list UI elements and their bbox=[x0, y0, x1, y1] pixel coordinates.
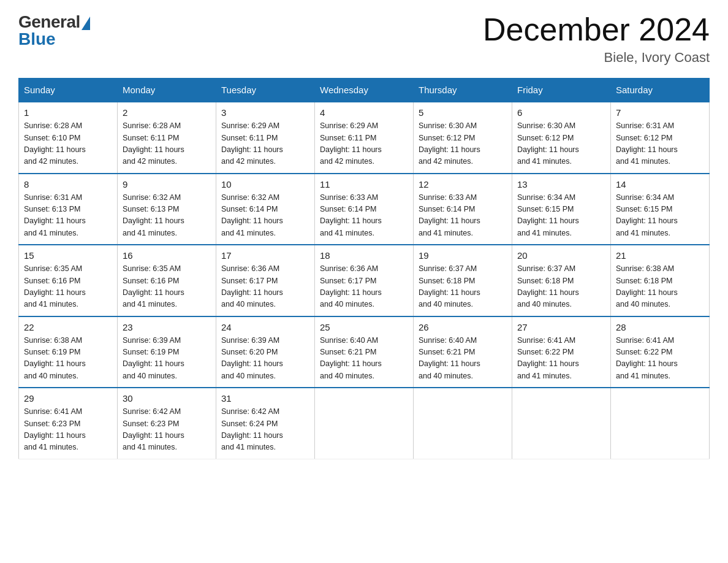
day-number: 6 bbox=[517, 107, 605, 118]
day-number: 24 bbox=[221, 322, 309, 332]
day-info: Sunrise: 6:37 AM Sunset: 6:18 PM Dayligh… bbox=[517, 263, 605, 311]
column-header-thursday: Thursday bbox=[414, 79, 512, 102]
logo-blue-text: Blue bbox=[18, 29, 56, 49]
calendar-day-cell: 23Sunrise: 6:39 AM Sunset: 6:19 PM Dayli… bbox=[118, 316, 216, 388]
day-number: 31 bbox=[221, 393, 309, 404]
day-info: Sunrise: 6:40 AM Sunset: 6:21 PM Dayligh… bbox=[320, 335, 408, 383]
day-number: 10 bbox=[221, 179, 309, 190]
calendar-day-cell: 15Sunrise: 6:35 AM Sunset: 6:16 PM Dayli… bbox=[19, 245, 118, 316]
calendar-day-cell: 25Sunrise: 6:40 AM Sunset: 6:21 PM Dayli… bbox=[315, 316, 414, 388]
calendar-day-cell: 9Sunrise: 6:32 AM Sunset: 6:13 PM Daylig… bbox=[118, 174, 216, 245]
day-number: 5 bbox=[419, 107, 507, 118]
calendar-table: SundayMondayTuesdayWednesdayThursdayFrid… bbox=[18, 78, 710, 459]
day-number: 12 bbox=[419, 179, 507, 190]
calendar-day-cell: 14Sunrise: 6:34 AM Sunset: 6:15 PM Dayli… bbox=[611, 174, 710, 245]
calendar-empty-cell bbox=[315, 388, 414, 459]
day-info: Sunrise: 6:42 AM Sunset: 6:23 PM Dayligh… bbox=[123, 406, 211, 454]
calendar-day-cell: 10Sunrise: 6:32 AM Sunset: 6:14 PM Dayli… bbox=[216, 174, 315, 245]
calendar-day-cell: 29Sunrise: 6:41 AM Sunset: 6:23 PM Dayli… bbox=[19, 388, 118, 459]
day-info: Sunrise: 6:40 AM Sunset: 6:21 PM Dayligh… bbox=[419, 335, 507, 383]
calendar-day-cell: 1Sunrise: 6:28 AM Sunset: 6:10 PM Daylig… bbox=[19, 102, 118, 174]
day-number: 17 bbox=[221, 250, 309, 261]
day-number: 4 bbox=[320, 107, 408, 118]
calendar-day-cell: 28Sunrise: 6:41 AM Sunset: 6:22 PM Dayli… bbox=[611, 316, 710, 388]
calendar-week-row: 1Sunrise: 6:28 AM Sunset: 6:10 PM Daylig… bbox=[19, 102, 710, 174]
day-number: 22 bbox=[24, 322, 112, 332]
day-number: 13 bbox=[517, 179, 605, 190]
day-number: 19 bbox=[419, 250, 507, 261]
day-number: 7 bbox=[616, 107, 704, 118]
day-number: 23 bbox=[123, 322, 211, 332]
calendar-day-cell: 3Sunrise: 6:29 AM Sunset: 6:11 PM Daylig… bbox=[216, 102, 315, 174]
location-label: Biele, Ivory Coast bbox=[483, 50, 710, 66]
calendar-day-cell: 12Sunrise: 6:33 AM Sunset: 6:14 PM Dayli… bbox=[414, 174, 512, 245]
day-info: Sunrise: 6:29 AM Sunset: 6:11 PM Dayligh… bbox=[320, 120, 408, 168]
day-info: Sunrise: 6:33 AM Sunset: 6:14 PM Dayligh… bbox=[320, 192, 408, 240]
day-number: 18 bbox=[320, 250, 408, 261]
day-number: 21 bbox=[616, 250, 704, 261]
day-number: 14 bbox=[616, 179, 704, 190]
day-info: Sunrise: 6:30 AM Sunset: 6:12 PM Dayligh… bbox=[517, 120, 605, 168]
column-header-sunday: Sunday bbox=[19, 79, 118, 102]
calendar-day-cell: 4Sunrise: 6:29 AM Sunset: 6:11 PM Daylig… bbox=[315, 102, 414, 174]
calendar-empty-cell bbox=[611, 388, 710, 459]
title-area: December 2024 Biele, Ivory Coast bbox=[483, 12, 710, 66]
day-info: Sunrise: 6:35 AM Sunset: 6:16 PM Dayligh… bbox=[123, 263, 211, 311]
calendar-day-cell: 11Sunrise: 6:33 AM Sunset: 6:14 PM Dayli… bbox=[315, 174, 414, 245]
calendar-day-cell: 18Sunrise: 6:36 AM Sunset: 6:17 PM Dayli… bbox=[315, 245, 414, 316]
calendar-week-row: 29Sunrise: 6:41 AM Sunset: 6:23 PM Dayli… bbox=[19, 388, 710, 459]
calendar-day-cell: 2Sunrise: 6:28 AM Sunset: 6:11 PM Daylig… bbox=[118, 102, 216, 174]
day-info: Sunrise: 6:28 AM Sunset: 6:11 PM Dayligh… bbox=[123, 120, 211, 168]
day-info: Sunrise: 6:31 AM Sunset: 6:12 PM Dayligh… bbox=[616, 120, 704, 168]
day-info: Sunrise: 6:41 AM Sunset: 6:23 PM Dayligh… bbox=[24, 406, 112, 454]
column-header-wednesday: Wednesday bbox=[315, 79, 414, 102]
calendar-week-row: 22Sunrise: 6:38 AM Sunset: 6:19 PM Dayli… bbox=[19, 316, 710, 388]
day-info: Sunrise: 6:38 AM Sunset: 6:19 PM Dayligh… bbox=[24, 335, 112, 383]
calendar-day-cell: 20Sunrise: 6:37 AM Sunset: 6:18 PM Dayli… bbox=[512, 245, 611, 316]
calendar-day-cell: 24Sunrise: 6:39 AM Sunset: 6:20 PM Dayli… bbox=[216, 316, 315, 388]
day-info: Sunrise: 6:39 AM Sunset: 6:20 PM Dayligh… bbox=[221, 335, 309, 383]
day-number: 28 bbox=[616, 322, 704, 332]
calendar-week-row: 8Sunrise: 6:31 AM Sunset: 6:13 PM Daylig… bbox=[19, 174, 710, 245]
day-info: Sunrise: 6:41 AM Sunset: 6:22 PM Dayligh… bbox=[517, 335, 605, 383]
day-number: 3 bbox=[221, 107, 309, 118]
calendar-day-cell: 5Sunrise: 6:30 AM Sunset: 6:12 PM Daylig… bbox=[414, 102, 512, 174]
month-title: December 2024 bbox=[483, 12, 710, 47]
day-info: Sunrise: 6:32 AM Sunset: 6:14 PM Dayligh… bbox=[221, 192, 309, 240]
day-info: Sunrise: 6:31 AM Sunset: 6:13 PM Dayligh… bbox=[24, 192, 112, 240]
day-info: Sunrise: 6:28 AM Sunset: 6:10 PM Dayligh… bbox=[24, 120, 112, 168]
day-number: 15 bbox=[24, 250, 112, 261]
day-number: 29 bbox=[24, 393, 112, 404]
day-number: 26 bbox=[419, 322, 507, 332]
day-number: 20 bbox=[517, 250, 605, 261]
calendar-day-cell: 17Sunrise: 6:36 AM Sunset: 6:17 PM Dayli… bbox=[216, 245, 315, 316]
day-info: Sunrise: 6:39 AM Sunset: 6:19 PM Dayligh… bbox=[123, 335, 211, 383]
day-number: 27 bbox=[517, 322, 605, 332]
calendar-day-cell: 16Sunrise: 6:35 AM Sunset: 6:16 PM Dayli… bbox=[118, 245, 216, 316]
calendar-empty-cell bbox=[414, 388, 512, 459]
column-header-tuesday: Tuesday bbox=[216, 79, 315, 102]
calendar-day-cell: 22Sunrise: 6:38 AM Sunset: 6:19 PM Dayli… bbox=[19, 316, 118, 388]
day-number: 8 bbox=[24, 179, 112, 190]
day-info: Sunrise: 6:32 AM Sunset: 6:13 PM Dayligh… bbox=[123, 192, 211, 240]
day-info: Sunrise: 6:37 AM Sunset: 6:18 PM Dayligh… bbox=[419, 263, 507, 311]
column-header-saturday: Saturday bbox=[611, 79, 710, 102]
day-info: Sunrise: 6:38 AM Sunset: 6:18 PM Dayligh… bbox=[616, 263, 704, 311]
day-number: 25 bbox=[320, 322, 408, 332]
day-number: 2 bbox=[123, 107, 211, 118]
calendar-day-cell: 21Sunrise: 6:38 AM Sunset: 6:18 PM Dayli… bbox=[611, 245, 710, 316]
day-number: 30 bbox=[123, 393, 211, 404]
day-info: Sunrise: 6:34 AM Sunset: 6:15 PM Dayligh… bbox=[517, 192, 605, 240]
calendar-day-cell: 31Sunrise: 6:42 AM Sunset: 6:24 PM Dayli… bbox=[216, 388, 315, 459]
calendar-empty-cell bbox=[512, 388, 611, 459]
calendar-day-cell: 8Sunrise: 6:31 AM Sunset: 6:13 PM Daylig… bbox=[19, 174, 118, 245]
day-info: Sunrise: 6:34 AM Sunset: 6:15 PM Dayligh… bbox=[616, 192, 704, 240]
calendar-day-cell: 13Sunrise: 6:34 AM Sunset: 6:15 PM Dayli… bbox=[512, 174, 611, 245]
header-area: General Blue December 2024 Biele, Ivory … bbox=[18, 12, 710, 66]
day-info: Sunrise: 6:30 AM Sunset: 6:12 PM Dayligh… bbox=[419, 120, 507, 168]
calendar-week-row: 15Sunrise: 6:35 AM Sunset: 6:16 PM Dayli… bbox=[19, 245, 710, 316]
day-number: 9 bbox=[123, 179, 211, 190]
column-header-monday: Monday bbox=[118, 79, 216, 102]
day-info: Sunrise: 6:33 AM Sunset: 6:14 PM Dayligh… bbox=[419, 192, 507, 240]
calendar-day-cell: 27Sunrise: 6:41 AM Sunset: 6:22 PM Dayli… bbox=[512, 316, 611, 388]
